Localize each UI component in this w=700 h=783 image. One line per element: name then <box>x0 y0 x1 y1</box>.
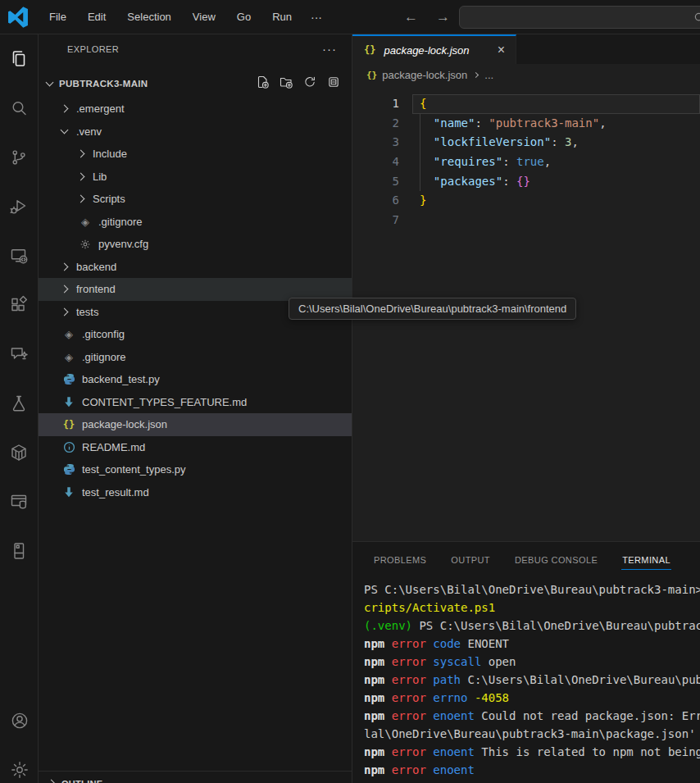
workspace-section-header[interactable]: PUBTRACK3-MAIN <box>39 71 352 96</box>
terminal-line-1: PS C:\Users\Bilal\OneDrive\Bureau\pubtra… <box>364 580 700 599</box>
chevron-right-icon <box>61 106 75 112</box>
new-file-icon[interactable] <box>256 75 269 92</box>
panel-tab-problems[interactable]: PROBLEMS <box>373 551 427 569</box>
code-line-6[interactable]: 6} <box>352 191 700 211</box>
menu-item-view[interactable]: View <box>182 7 226 26</box>
activity-devices-icon[interactable] <box>0 526 39 576</box>
tree-item-test-result-md[interactable]: test_result.md <box>39 481 352 504</box>
menu-more-button[interactable]: ··· <box>302 7 330 27</box>
activity-search-icon[interactable] <box>0 84 39 133</box>
code-line-4[interactable]: 4 "requires": true, <box>352 153 700 172</box>
new-folder-icon[interactable] <box>280 75 293 92</box>
panel-tab-debug-console[interactable]: DEBUG CONSOLE <box>514 551 598 569</box>
path-tooltip: C:\Users\Bilal\OneDrive\Bureau\pubtrack3… <box>289 298 576 320</box>
activity-settings-icon[interactable] <box>0 745 39 783</box>
tree-item-pyvenv-cfg[interactable]: pyvenv.cfg <box>39 233 352 256</box>
activity-containers-icon[interactable] <box>0 428 39 477</box>
vscode-logo-icon <box>7 7 29 28</box>
breadcrumb[interactable]: {} package-lock.json ... <box>352 64 700 85</box>
tree-item-package-lock-json[interactable]: {}package-lock.json <box>39 413 352 436</box>
chevron-right-icon <box>78 151 91 157</box>
activity-explorer-icon[interactable] <box>0 34 39 84</box>
activity-chat-icon[interactable] <box>0 330 39 379</box>
editor-tab-bar: {} package-lock.json × <box>352 34 700 64</box>
tab-package-lock-json[interactable]: {} package-lock.json × <box>352 34 516 64</box>
activity-run-and-debug-icon[interactable] <box>0 182 39 231</box>
chevron-right-icon <box>61 286 75 292</box>
terminal-line-4: npm error code ENOENT <box>364 635 700 653</box>
tree-item-backend-test-py[interactable]: backend_test.py <box>39 368 352 391</box>
tree-item-lib[interactable]: Lib <box>39 166 352 189</box>
menu-bar: FileEditSelectionViewGoRun <box>39 7 302 26</box>
file-type-icon <box>61 486 76 498</box>
nav-forward-button[interactable]: → <box>433 9 453 25</box>
activity-remote-explorer-icon[interactable] <box>0 231 39 280</box>
breadcrumb-file[interactable]: package-lock.json <box>382 69 467 81</box>
terminal-line-5: npm error syscall open <box>364 653 700 671</box>
tree-item-scripts[interactable]: Scripts <box>39 188 352 211</box>
tree-item--gitignore[interactable]: ◈.gitignore <box>39 346 352 369</box>
outline-section-header[interactable]: OUTLINE <box>39 771 352 783</box>
code-text: } <box>420 191 426 211</box>
menu-item-run[interactable]: Run <box>261 7 302 26</box>
tree-item-backend[interactable]: backend <box>39 256 352 279</box>
json-icon: {} <box>63 419 75 430</box>
gear-icon <box>80 239 91 250</box>
code-line-7[interactable]: 7 <box>352 211 700 230</box>
explorer-more-actions-button[interactable]: ··· <box>319 42 340 56</box>
terminal-line-3: (.venv) PS C:\Users\Bilal\OneDrive\Burea… <box>364 617 700 635</box>
activity-account-icon[interactable] <box>0 696 39 745</box>
json-icon: {} <box>366 70 377 80</box>
bottom-panel: PROBLEMSOUTPUTDEBUG CONSOLETERMINAL PS C… <box>352 541 700 783</box>
tree-item--emergent[interactable]: .emergent <box>39 98 352 121</box>
chevron-right-icon <box>78 196 91 202</box>
tree-item--gitignore[interactable]: ◈.gitignore <box>39 211 352 234</box>
tree-item-label: .gitignore <box>98 216 142 228</box>
tree-item--gitconfig[interactable]: ◈.gitconfig <box>39 323 352 346</box>
activity-extensions-icon[interactable] <box>0 280 39 330</box>
code-line-1[interactable]: 1{ <box>352 94 700 114</box>
collapse-all-icon[interactable] <box>327 75 340 92</box>
tree-item--venv[interactable]: .venv <box>39 121 352 143</box>
terminal-output[interactable]: PS C:\Users\Bilal\OneDrive\Bureau\pubtra… <box>352 578 700 783</box>
file-type-icon <box>61 396 76 407</box>
git-icon: ◈ <box>65 351 73 363</box>
terminal-line-2: cripts/Activate.ps1 <box>364 599 700 617</box>
activity-database-icon[interactable] <box>0 477 39 526</box>
tree-item-label: backend <box>76 261 116 273</box>
menu-item-go[interactable]: Go <box>226 7 261 26</box>
tree-item-label: tests <box>76 306 98 318</box>
command-search-box[interactable] <box>459 6 700 29</box>
tree-item-label: frontend <box>76 283 116 295</box>
command-search-input[interactable] <box>460 11 693 24</box>
nav-back-button[interactable]: ← <box>401 9 421 25</box>
activity-testing-icon[interactable] <box>0 379 39 428</box>
menu-item-file[interactable]: File <box>39 7 77 26</box>
panel-tab-output[interactable]: OUTPUT <box>450 551 491 569</box>
tree-item-readme-md[interactable]: README.md <box>39 436 352 459</box>
terminal-line-10: npm error enoent This is related to npm … <box>364 743 700 761</box>
tree-item-label: test_result.md <box>82 486 149 498</box>
tree-item-test-content-types-py[interactable]: test_content_types.py <box>39 458 352 481</box>
code-editor[interactable]: 1{2 "name": "pubtrack3-main",3 "lockfile… <box>352 85 700 230</box>
code-text: "packages": {} <box>420 172 530 192</box>
tree-item-content-types-feature-md[interactable]: CONTENT_TYPES_FEATURE.md <box>39 391 352 414</box>
code-line-5[interactable]: 5 "packages": {} <box>352 172 700 192</box>
panel-tab-terminal[interactable]: TERMINAL <box>621 551 671 570</box>
code-text: { <box>420 94 426 114</box>
file-type-icon: {} <box>61 419 76 430</box>
tree-item-label: CONTENT_TYPES_FEATURE.md <box>82 396 247 408</box>
tree-item-label: README.md <box>82 441 145 453</box>
breadcrumb-tail[interactable]: ... <box>484 69 493 81</box>
code-line-2[interactable]: 2 "name": "pubtrack3-main", <box>352 114 700 134</box>
refresh-icon[interactable] <box>303 75 316 92</box>
markdown-icon <box>63 396 75 407</box>
menu-item-selection[interactable]: Selection <box>116 7 181 26</box>
chevron-right-icon <box>48 780 56 783</box>
code-line-3[interactable]: 3 "lockfileVersion": 3, <box>352 133 700 153</box>
activity-source-control-icon[interactable] <box>0 133 39 182</box>
menu-item-edit[interactable]: Edit <box>77 7 116 26</box>
line-number: 3 <box>352 133 399 153</box>
tab-close-icon[interactable]: × <box>495 43 507 57</box>
tree-item-include[interactable]: Include <box>39 143 352 166</box>
